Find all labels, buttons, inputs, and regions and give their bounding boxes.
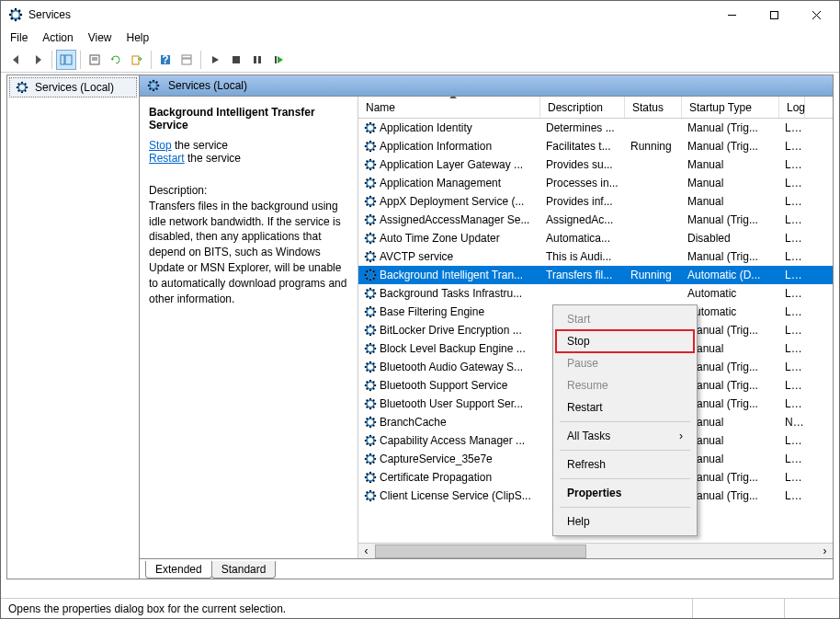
ctx-separator — [560, 450, 690, 451]
svg-rect-23 — [233, 56, 240, 63]
show-tree-button[interactable] — [56, 50, 76, 70]
menu-file[interactable]: File — [10, 31, 28, 44]
service-startup-type: Manual (Trig... — [682, 213, 779, 226]
service-logon: Loc — [779, 140, 805, 153]
ctx-properties[interactable]: Properties — [556, 482, 694, 504]
service-logon: Loc — [779, 397, 805, 410]
export-button[interactable] — [127, 50, 147, 70]
table-row[interactable]: Application Layer Gateway ...Provides su… — [358, 155, 833, 174]
scroll-thumb[interactable] — [375, 544, 586, 558]
ctx-all-tasks[interactable]: All Tasks — [556, 425, 694, 447]
service-description: Provides su... — [540, 158, 625, 171]
service-description: Transfers fil... — [540, 269, 625, 281]
pause-service-button[interactable] — [247, 50, 267, 70]
service-status: Running — [625, 269, 682, 281]
tree-item-services-local[interactable]: Services (Local) — [9, 77, 137, 97]
table-row[interactable]: Background Intelligent Tran...Transfers … — [358, 266, 833, 284]
service-description: Determines ... — [540, 121, 625, 134]
ctx-help[interactable]: Help — [556, 510, 694, 533]
help-button[interactable]: ? — [155, 50, 176, 70]
window-title: Services — [28, 8, 710, 21]
menu-help[interactable]: Help — [127, 31, 150, 44]
details-pane: Background Intelligent Transfer Service … — [140, 97, 358, 558]
scroll-left-icon[interactable]: ‹ — [358, 544, 374, 559]
column-description[interactable]: Description — [540, 97, 625, 118]
column-logon[interactable]: Log — [779, 97, 805, 118]
table-row[interactable]: AppX Deployment Service (...Provides inf… — [358, 192, 833, 211]
ctx-resume: Resume — [556, 374, 694, 396]
gear-icon — [364, 232, 377, 245]
gear-icon — [364, 324, 377, 337]
tab-standard[interactable]: Standard — [211, 561, 277, 579]
column-status[interactable]: Status — [625, 97, 682, 118]
start-service-button[interactable] — [205, 50, 225, 70]
gear-icon — [364, 453, 377, 465]
close-button[interactable] — [795, 1, 837, 29]
ctx-start: Start — [556, 308, 694, 330]
svg-rect-25 — [258, 56, 261, 63]
ctx-pause: Pause — [556, 352, 694, 374]
svg-rect-13 — [61, 55, 64, 64]
table-row[interactable]: AssignedAccessManager Se...AssignedAc...… — [358, 211, 833, 229]
column-startup-type[interactable]: Startup Type — [682, 97, 779, 118]
back-button[interactable] — [6, 50, 27, 70]
service-startup-type: Manual — [682, 177, 779, 189]
selected-service-title: Background Intelligent Transfer Service — [149, 106, 348, 132]
table-row[interactable]: Application ManagementProcesses in...Man… — [358, 174, 833, 192]
menu-view[interactable]: View — [88, 31, 112, 44]
context-menu: Start Stop Pause Resume Restart All Task… — [552, 304, 698, 536]
refresh-button[interactable] — [106, 50, 126, 70]
stop-link[interactable]: Stop — [149, 139, 172, 152]
ctx-separator — [560, 507, 690, 508]
horizontal-scrollbar[interactable]: ‹ › — [358, 543, 833, 558]
forward-button[interactable] — [28, 50, 48, 70]
service-name: Bluetooth Support Service — [380, 379, 507, 392]
gear-icon — [364, 489, 377, 502]
gear-icon — [364, 361, 377, 373]
service-startup-type: Disabled — [682, 232, 779, 245]
restart-service-button[interactable] — [268, 50, 289, 70]
ctx-stop[interactable]: Stop — [556, 330, 694, 352]
tab-extended[interactable]: Extended — [145, 561, 212, 579]
table-row[interactable]: Auto Time Zone UpdaterAutomatica...Disab… — [358, 229, 833, 247]
service-name: Block Level Backup Engine ... — [380, 342, 526, 355]
table-row[interactable]: Background Tasks Infrastru...AutomaticLo… — [358, 284, 833, 303]
service-description: Automatica... — [540, 232, 625, 245]
view-button[interactable] — [176, 50, 197, 70]
table-row[interactable]: Application IdentityDetermines ...Manual… — [358, 119, 833, 137]
service-logon: Loc — [779, 213, 805, 226]
properties-button[interactable] — [85, 50, 105, 70]
status-cell-2 — [692, 599, 784, 618]
restart-link[interactable]: Restart — [149, 152, 185, 165]
svg-rect-26 — [275, 56, 277, 63]
service-logon: Loc — [779, 121, 805, 134]
table-row[interactable]: AVCTP serviceThis is Audi...Manual (Trig… — [358, 247, 833, 266]
service-logon: Loc — [779, 269, 805, 281]
ctx-restart[interactable]: Restart — [556, 396, 694, 418]
ctx-refresh[interactable]: Refresh — [556, 453, 694, 476]
service-logon: Loc — [779, 177, 805, 189]
svg-text:?: ? — [162, 53, 168, 66]
column-headers: Name Description Status Startup Type Log — [358, 97, 833, 119]
description-text: Transfers files in the background using … — [149, 199, 348, 307]
service-startup-type: Manual (Trig... — [682, 250, 779, 263]
scroll-right-icon[interactable]: › — [817, 544, 833, 559]
menu-action[interactable]: Action — [42, 31, 73, 44]
service-logon: Net — [779, 416, 805, 429]
svg-rect-21 — [182, 55, 191, 58]
service-logon: Loc — [779, 195, 805, 208]
table-row[interactable]: Application InformationFacilitates t...R… — [358, 137, 833, 155]
service-name: Bluetooth User Support Ser... — [380, 397, 523, 410]
service-name: Bluetooth Audio Gateway S... — [380, 361, 523, 373]
service-description: AssignedAc... — [540, 213, 625, 226]
service-startup-type: Manual (Trig... — [682, 140, 779, 153]
column-name[interactable]: Name — [358, 97, 540, 118]
maximize-button[interactable] — [753, 1, 795, 29]
ctx-separator — [560, 421, 690, 422]
gear-icon — [364, 195, 377, 208]
app-icon — [8, 7, 23, 22]
stop-service-button[interactable] — [226, 50, 246, 70]
gear-icon — [364, 416, 377, 429]
minimize-button[interactable] — [710, 1, 753, 29]
title-bar: Services — [1, 1, 839, 29]
